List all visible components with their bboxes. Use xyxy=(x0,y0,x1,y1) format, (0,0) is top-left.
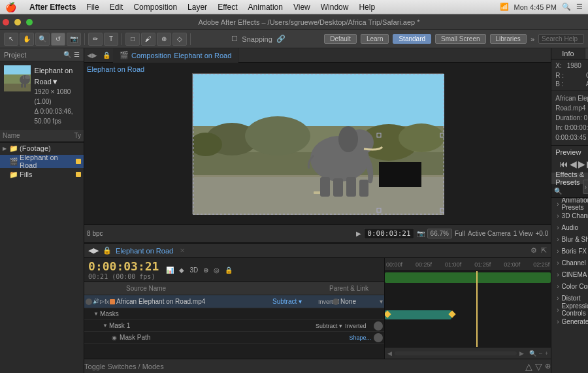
comp-views[interactable]: 1 View xyxy=(514,230,533,237)
comp-timecode[interactable]: 0:00:03:21 xyxy=(364,228,414,239)
tl-scroll-right[interactable]: ▶ xyxy=(519,350,524,357)
tl-zoom-icon[interactable]: 🔍 xyxy=(529,350,536,357)
tl-masks-group[interactable]: ▼ Masks xyxy=(84,308,384,320)
effects-item-cinema4d[interactable]: CINEMA 4D xyxy=(551,268,588,280)
select-tool[interactable]: ↖ xyxy=(4,33,18,46)
tab-libraries[interactable]: Libraries xyxy=(490,34,527,44)
layer-parent-dropdown[interactable]: ▾ xyxy=(380,298,383,305)
comp-tab-main[interactable]: 🎬 Composition Elephant on Road xyxy=(113,48,238,63)
timeline-tab[interactable]: Elephant on Road xyxy=(116,247,173,255)
effects-item-boris[interactable]: Boris FX Mocha xyxy=(551,245,588,257)
mask-tool[interactable]: ◇ xyxy=(172,33,187,46)
comp-canvas[interactable] xyxy=(192,73,444,214)
comp-resolution[interactable]: Full xyxy=(455,230,465,237)
play-btn[interactable]: ▶ xyxy=(356,230,361,237)
menu-view[interactable]: View xyxy=(293,3,310,12)
tl-mask1[interactable]: ▼ Mask 1 Subtract ▾ Inverted xyxy=(84,320,384,332)
project-header-icons[interactable]: 🔍 ☰ xyxy=(63,51,80,58)
tl-layer-elephant[interactable]: 🔊 ▷ fx African Elephant on Road.mp4 Subt… xyxy=(84,295,384,308)
effects-item-audio[interactable]: Audio xyxy=(551,221,588,233)
tl-btn-solo[interactable]: ◎ xyxy=(212,266,221,274)
comp-nav-icon[interactable]: ◀▶ xyxy=(84,52,100,59)
tl-btn-motion[interactable]: ⊕ xyxy=(201,266,210,274)
project-menu-icon[interactable]: ☰ xyxy=(74,51,80,58)
camera-tool[interactable]: 📷 xyxy=(67,33,81,46)
menu-animation[interactable]: Animation xyxy=(248,3,283,12)
tab-smallscreen[interactable]: Small Screen xyxy=(435,34,485,44)
tl-arrow-up[interactable]: △ xyxy=(525,361,532,372)
effects-item-blur[interactable]: Blur & Sharpen xyxy=(551,233,588,245)
tl-btn-3d[interactable]: 3D xyxy=(188,266,200,274)
text-tool[interactable]: T xyxy=(104,33,118,46)
menu-help[interactable]: Help xyxy=(359,3,375,12)
tab-audio[interactable]: Audio xyxy=(585,48,588,59)
masks-arrow[interactable]: ▼ xyxy=(93,311,99,317)
timeline-expand-icon[interactable]: ⇱ xyxy=(541,246,547,255)
preview-prev-btn[interactable]: ◀ xyxy=(570,159,577,169)
tl-plus-icon[interactable]: ⊕ xyxy=(545,362,551,370)
preview-play-btn[interactable]: ▶ xyxy=(578,159,585,169)
close-btn[interactable] xyxy=(3,19,9,25)
timeline-search-icon[interactable]: ⚙ xyxy=(531,246,537,255)
layer-mode-subtract[interactable]: Subtract ▾ xyxy=(272,298,318,305)
tl-arrow-down[interactable]: ▽ xyxy=(535,361,542,372)
apple-menu[interactable]: 🍎 xyxy=(5,2,16,12)
mask1-subtract[interactable]: Subtract ▾ xyxy=(316,323,342,329)
tab-info[interactable]: Info xyxy=(551,48,585,59)
app-name[interactable]: After Effects xyxy=(29,3,76,12)
mask1-arrow[interactable]: ▼ xyxy=(103,323,108,329)
comp-zoom[interactable]: 66.7% xyxy=(427,229,452,238)
mask-bar[interactable] xyxy=(385,310,451,319)
layer-eye-icon[interactable] xyxy=(86,299,92,305)
layer-collapse-icon[interactable]: ▷ xyxy=(100,299,104,304)
layer-parent-none[interactable]: None xyxy=(340,298,380,305)
timeline-lock-icon[interactable]: 🔒 xyxy=(103,246,112,255)
tl-scrollbar[interactable] xyxy=(395,351,517,355)
timeline-close[interactable]: ✕ xyxy=(180,247,185,254)
layer-effects-icon[interactable]: fx xyxy=(105,299,109,305)
project-search-icon[interactable]: 🔍 xyxy=(63,51,71,58)
effects-item-generate[interactable]: Generate xyxy=(551,316,588,327)
comp-lock-icon[interactable]: 🔒 xyxy=(100,52,113,59)
project-item-fills[interactable]: 📁 Fills xyxy=(0,168,84,181)
tab-standard[interactable]: Standard xyxy=(393,34,431,44)
search-help-input[interactable] xyxy=(538,34,584,44)
maximize-btn[interactable] xyxy=(26,19,33,25)
tl-scroll-left[interactable]: ◀ xyxy=(387,350,392,357)
menu-window[interactable]: Window xyxy=(321,3,349,12)
minimize-btn[interactable] xyxy=(14,19,21,25)
effects-item-animation[interactable]: Animation Presets xyxy=(551,198,588,210)
puppet-tool[interactable]: ⊕ xyxy=(157,33,171,46)
menu-layer[interactable]: Layer xyxy=(188,3,207,12)
tab-learn[interactable]: Learn xyxy=(361,34,389,44)
workspace-menu-icon[interactable]: » xyxy=(531,35,534,43)
menu-edit[interactable]: Edit xyxy=(110,3,123,12)
pen-tool[interactable]: ✏ xyxy=(88,33,103,46)
tl-btn-lock[interactable]: 🔒 xyxy=(223,266,235,274)
menu-file[interactable]: File xyxy=(86,3,99,12)
mask-path-value[interactable]: Shape... xyxy=(350,334,372,341)
zoom-tool[interactable]: 🔍 xyxy=(35,33,50,46)
effects-item-channel[interactable]: Channel xyxy=(551,257,588,268)
tl-btn-mask[interactable]: ◆ xyxy=(177,266,186,274)
shape-tool[interactable]: □ xyxy=(125,33,140,46)
tl-timecode-large[interactable]: 0:00:03:21 xyxy=(88,259,159,273)
hand-tool[interactable]: ✋ xyxy=(20,33,34,46)
comp-zoom-icon[interactable]: +0.0 xyxy=(535,230,548,237)
layer-audio-icon[interactable]: 🔊 xyxy=(93,299,99,304)
rotate-tool[interactable]: ↺ xyxy=(51,33,65,46)
layer-bar[interactable] xyxy=(385,272,551,283)
layer-link-icon[interactable] xyxy=(333,299,339,305)
effects-item-expression[interactable]: Expression Controls xyxy=(551,304,588,316)
tab-default[interactable]: Default xyxy=(324,34,357,44)
comp-camera-icon[interactable]: 📷 xyxy=(417,230,425,237)
search-icon-menubar[interactable]: 🔍 xyxy=(562,3,571,11)
tl-zoom-out[interactable]: – xyxy=(539,350,542,357)
tl-mask-path[interactable]: ◉ Mask Path Shape... xyxy=(84,332,384,344)
snapping-checkbox[interactable]: ☐ xyxy=(231,35,238,43)
paint-tool[interactable]: 🖌 xyxy=(141,33,155,46)
tl-zoom-in[interactable]: + xyxy=(545,350,548,357)
project-item-elephant[interactable]: 🎬 Elephant on Road xyxy=(0,155,84,168)
effects-item-color[interactable]: Color Correction xyxy=(551,280,588,292)
menu-effect[interactable]: Effect xyxy=(218,3,237,12)
